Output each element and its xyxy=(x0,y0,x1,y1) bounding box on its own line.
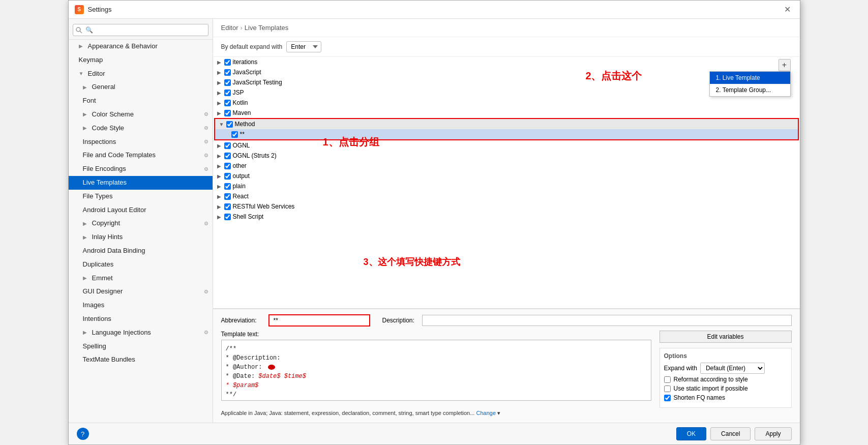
group-row-method[interactable]: ▼ Method xyxy=(215,119,798,129)
template-text-label: Template text: xyxy=(221,331,651,338)
checkbox-ognlstruts[interactable] xyxy=(224,153,231,159)
group-row-restful[interactable]: ▶ RESTful Web Services xyxy=(213,201,800,212)
group-row-other[interactable]: ▶ other xyxy=(213,161,800,171)
sidebar-item-inlayhints[interactable]: ▶ Inlay Hints xyxy=(69,230,213,244)
sidebar-item-colorscheme[interactable]: ▶ Color Scheme ⚙ xyxy=(69,108,213,122)
template-text-area[interactable]: /** * @Description: * @Author: * @Date: … xyxy=(221,340,651,401)
ok-button[interactable]: OK xyxy=(676,427,706,440)
group-row-output[interactable]: ▶ output xyxy=(213,171,800,181)
dialog-footer: ? OK Cancel Apply xyxy=(69,423,800,444)
checkbox-output[interactable] xyxy=(224,173,231,180)
group-row-ognlstruts[interactable]: ▶ OGNL (Struts 2) xyxy=(213,151,800,161)
sidebar-label-appearance: Appearance & Behavior xyxy=(88,41,158,52)
dialog-title: Settings xyxy=(88,6,112,13)
applicable-text: Applicable in Java; Java: statement, exp… xyxy=(221,410,475,416)
sidebar-item-livetemplates[interactable]: Live Templates xyxy=(69,176,213,190)
expand-with-select-options[interactable]: Default (Enter) Tab Space xyxy=(700,363,765,374)
close-button[interactable]: ✕ xyxy=(781,4,794,15)
sidebar-item-appearance[interactable]: ▶ Appearance & Behavior xyxy=(69,40,213,53)
group-label-shellscript: Shell Script xyxy=(233,213,264,220)
sidebar-item-fileencodings[interactable]: File Encodings ⚙ xyxy=(69,162,213,176)
checkbox-jsp[interactable] xyxy=(224,90,231,96)
sidebar-item-spelling[interactable]: Spelling xyxy=(69,340,213,353)
sidebar-item-languageinjections[interactable]: ▶ Language Injections ⚙ xyxy=(69,326,213,340)
sidebar-item-keymap[interactable]: Keymap xyxy=(69,53,213,67)
group-row-maven[interactable]: ▶ Maven xyxy=(213,108,800,118)
edit-variables-button[interactable]: Edit variables xyxy=(660,331,792,343)
checkbox-shellscript[interactable] xyxy=(224,214,231,220)
app-icon: S xyxy=(75,5,84,14)
group-label-jsp: JSP xyxy=(233,89,244,96)
group-row-plain[interactable]: ▶ plain xyxy=(213,181,800,191)
sidebar-item-font[interactable]: Font xyxy=(69,94,213,108)
group-label-ognl: OGNL xyxy=(233,142,250,149)
change-link[interactable]: Change xyxy=(476,410,496,416)
code-param: * $param$ xyxy=(226,382,259,389)
group-row-react[interactable]: ▶ React xyxy=(213,191,800,201)
group-row-shellscript[interactable]: ▶ Shell Script xyxy=(213,212,800,222)
code-date: $date$ $time$ xyxy=(258,373,306,380)
sidebar-item-duplicates[interactable]: Duplicates xyxy=(69,258,213,272)
expand-arrow-colorscheme: ▶ xyxy=(83,110,90,118)
sidebar-item-inspections[interactable]: Inspections ⚙ xyxy=(69,135,213,149)
checkbox-other[interactable] xyxy=(224,163,231,169)
checkbox-react[interactable] xyxy=(224,193,231,200)
checkbox-javascripttesting[interactable] xyxy=(224,79,231,86)
sidebar-label-inspections: Inspections xyxy=(83,137,116,147)
checkbox-method[interactable] xyxy=(226,121,233,128)
group-row-iterations[interactable]: ▶ iterations xyxy=(213,57,800,67)
template-item-star[interactable]: ** xyxy=(215,129,798,139)
breadcrumb-part-editor: Editor xyxy=(221,24,238,32)
reformat-checkbox[interactable] xyxy=(664,376,671,383)
checkbox-iterations[interactable] xyxy=(224,59,231,66)
expand-with-select[interactable]: Enter Tab Space xyxy=(286,41,321,52)
search-input[interactable] xyxy=(73,24,208,36)
arrow-output: ▶ xyxy=(217,173,224,179)
arrow-restful: ▶ xyxy=(217,204,224,210)
checkbox-star[interactable] xyxy=(231,131,238,138)
checkbox-ognl[interactable] xyxy=(224,142,231,149)
expand-arrow-editor: ▼ xyxy=(79,70,86,78)
group-row-ognl[interactable]: ▶ OGNL xyxy=(213,140,800,151)
sidebar-item-androidlayout[interactable]: Android Layout Editor xyxy=(69,203,213,217)
checkbox-kotlin[interactable] xyxy=(224,100,231,106)
sidebar-item-editor[interactable]: ▼ Editor xyxy=(69,67,213,81)
sidebar-label-guidesigner: GUI Designer xyxy=(83,286,123,297)
checkbox-javascript[interactable] xyxy=(224,69,231,76)
sidebar-item-intentions[interactable]: Intentions xyxy=(69,312,213,326)
arrow-method: ▼ xyxy=(219,122,226,127)
sidebar-item-copyright[interactable]: ▶ Copyright ⚙ xyxy=(69,217,213,230)
arrow-plain: ▶ xyxy=(217,184,224,189)
sidebar-item-general[interactable]: ▶ General xyxy=(69,80,213,94)
description-input[interactable] xyxy=(422,315,792,326)
bottom-panel: Abbreviation: Description: Template text… xyxy=(213,309,800,423)
checkbox-plain[interactable] xyxy=(224,183,231,190)
expand-with-row: Expand with Default (Enter) Tab Space xyxy=(664,363,787,374)
group-row-kotlin[interactable]: ▶ Kotlin xyxy=(213,98,800,108)
help-button[interactable]: ? xyxy=(77,428,89,440)
sidebar-item-emmet[interactable]: ▶ Emmet xyxy=(69,272,213,285)
menu-item-template-group[interactable]: 2. Template Group... xyxy=(710,84,790,96)
sidebar-label-fileencodings: File Encodings xyxy=(83,164,126,174)
abbreviation-input[interactable] xyxy=(268,314,370,327)
sidebar-label-copyright: Copyright xyxy=(92,218,121,229)
gear-icon-inspections: ⚙ xyxy=(204,138,208,146)
sidebar-item-textmatebundles[interactable]: TextMate Bundles xyxy=(69,353,213,367)
shorteneq-checkbox[interactable] xyxy=(664,395,671,401)
menu-item-live-template[interactable]: 1. Live Template xyxy=(710,72,790,84)
cancel-button[interactable]: Cancel xyxy=(710,427,751,440)
sidebar-item-codestyle[interactable]: ▶ Code Style ⚙ xyxy=(69,122,213,135)
applicable-row: Applicable in Java; Java: statement, exp… xyxy=(221,408,792,418)
add-button[interactable]: + xyxy=(779,59,791,71)
checkbox-restful[interactable] xyxy=(224,203,231,210)
sidebar-item-guidesigner[interactable]: GUI Designer ⚙ xyxy=(69,285,213,299)
sidebar-item-androiddatabinding[interactable]: Android Data Binding xyxy=(69,244,213,258)
checkbox-maven[interactable] xyxy=(224,110,231,116)
staticimport-checkbox[interactable] xyxy=(664,385,671,392)
sidebar-item-filetypes[interactable]: File Types xyxy=(69,190,213,203)
apply-button[interactable]: Apply xyxy=(755,427,791,440)
expand-with-options-label: Expand with xyxy=(664,365,697,372)
add-dropdown-menu: 1. Live Template 2. Template Group... xyxy=(709,71,791,97)
sidebar-item-fileandcode[interactable]: File and Code Templates ⚙ xyxy=(69,149,213,162)
sidebar-item-images[interactable]: Images xyxy=(69,299,213,312)
